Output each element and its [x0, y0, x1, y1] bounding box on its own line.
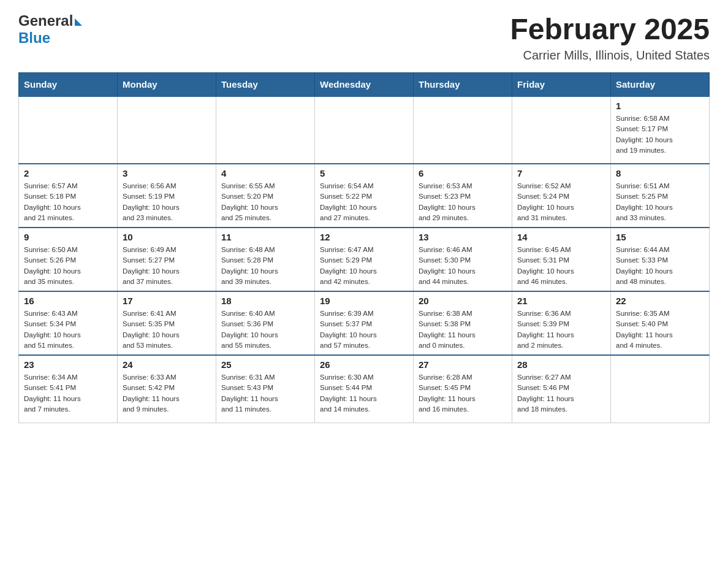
day-info: Sunrise: 6:51 AM Sunset: 5:25 PM Dayligh…	[616, 181, 704, 223]
day-number: 7	[517, 168, 605, 178]
calendar-header-row: SundayMondayTuesdayWednesdayThursdayFrid…	[19, 73, 710, 97]
day-info: Sunrise: 6:57 AM Sunset: 5:18 PM Dayligh…	[24, 181, 112, 223]
calendar-header-sunday: Sunday	[19, 73, 118, 97]
calendar-cell: 7Sunrise: 6:52 AM Sunset: 5:24 PM Daylig…	[512, 164, 611, 228]
day-info: Sunrise: 6:49 AM Sunset: 5:27 PM Dayligh…	[123, 245, 211, 287]
header: General Blue February 2025 Carrier Mills…	[18, 12, 710, 63]
day-info: Sunrise: 6:45 AM Sunset: 5:31 PM Dayligh…	[517, 245, 605, 287]
day-info: Sunrise: 6:44 AM Sunset: 5:33 PM Dayligh…	[616, 245, 704, 287]
calendar-cell: 14Sunrise: 6:45 AM Sunset: 5:31 PM Dayli…	[512, 228, 611, 291]
calendar-cell: 13Sunrise: 6:46 AM Sunset: 5:30 PM Dayli…	[414, 228, 512, 291]
day-number: 2	[24, 168, 112, 178]
day-info: Sunrise: 6:33 AM Sunset: 5:42 PM Dayligh…	[123, 372, 211, 415]
calendar-cell: 21Sunrise: 6:36 AM Sunset: 5:39 PM Dayli…	[512, 291, 611, 355]
calendar-cell: 23Sunrise: 6:34 AM Sunset: 5:41 PM Dayli…	[19, 355, 118, 423]
calendar-cell: 5Sunrise: 6:54 AM Sunset: 5:22 PM Daylig…	[315, 164, 414, 228]
calendar-cell	[512, 96, 611, 164]
page-title: February 2025	[510, 12, 710, 46]
day-number: 12	[320, 232, 408, 242]
week-row-1: 1Sunrise: 6:58 AM Sunset: 5:17 PM Daylig…	[19, 96, 710, 164]
calendar-cell: 15Sunrise: 6:44 AM Sunset: 5:33 PM Dayli…	[611, 228, 710, 291]
day-number: 11	[221, 232, 309, 242]
week-row-3: 9Sunrise: 6:50 AM Sunset: 5:26 PM Daylig…	[19, 228, 710, 291]
calendar-cell: 10Sunrise: 6:49 AM Sunset: 5:27 PM Dayli…	[118, 228, 216, 291]
calendar-cell: 1Sunrise: 6:58 AM Sunset: 5:17 PM Daylig…	[611, 96, 710, 164]
calendar-cell: 18Sunrise: 6:40 AM Sunset: 5:36 PM Dayli…	[216, 291, 315, 355]
calendar-header-wednesday: Wednesday	[315, 73, 414, 97]
day-number: 3	[123, 168, 211, 178]
week-row-4: 16Sunrise: 6:43 AM Sunset: 5:34 PM Dayli…	[19, 291, 710, 355]
calendar-cell	[414, 96, 512, 164]
day-number: 15	[616, 232, 704, 242]
calendar-table: SundayMondayTuesdayWednesdayThursdayFrid…	[18, 72, 710, 423]
calendar-cell: 8Sunrise: 6:51 AM Sunset: 5:25 PM Daylig…	[611, 164, 710, 228]
calendar-cell: 25Sunrise: 6:31 AM Sunset: 5:43 PM Dayli…	[216, 355, 315, 423]
day-number: 4	[221, 168, 309, 178]
calendar-cell: 28Sunrise: 6:27 AM Sunset: 5:46 PM Dayli…	[512, 355, 611, 423]
day-info: Sunrise: 6:56 AM Sunset: 5:19 PM Dayligh…	[123, 181, 211, 223]
day-info: Sunrise: 6:40 AM Sunset: 5:36 PM Dayligh…	[221, 308, 309, 351]
calendar-header-monday: Monday	[118, 73, 216, 97]
day-info: Sunrise: 6:30 AM Sunset: 5:44 PM Dayligh…	[320, 372, 408, 415]
week-row-2: 2Sunrise: 6:57 AM Sunset: 5:18 PM Daylig…	[19, 164, 710, 228]
day-number: 14	[517, 232, 605, 242]
day-number: 23	[24, 359, 112, 370]
calendar-cell: 6Sunrise: 6:53 AM Sunset: 5:23 PM Daylig…	[414, 164, 512, 228]
logo-arrow-icon	[75, 18, 82, 26]
day-number: 25	[221, 359, 309, 370]
logo-blue: Blue	[18, 29, 50, 46]
day-info: Sunrise: 6:46 AM Sunset: 5:30 PM Dayligh…	[419, 245, 507, 287]
page-subtitle: Carrier Mills, Illinois, United States	[510, 48, 710, 63]
day-info: Sunrise: 6:52 AM Sunset: 5:24 PM Dayligh…	[517, 181, 605, 223]
day-number: 28	[517, 359, 605, 370]
calendar-cell	[19, 96, 118, 164]
calendar-cell: 22Sunrise: 6:35 AM Sunset: 5:40 PM Dayli…	[611, 291, 710, 355]
day-info: Sunrise: 6:58 AM Sunset: 5:17 PM Dayligh…	[616, 113, 704, 156]
week-row-5: 23Sunrise: 6:34 AM Sunset: 5:41 PM Dayli…	[19, 355, 710, 423]
day-info: Sunrise: 6:31 AM Sunset: 5:43 PM Dayligh…	[221, 372, 309, 415]
day-info: Sunrise: 6:47 AM Sunset: 5:29 PM Dayligh…	[320, 245, 408, 287]
day-info: Sunrise: 6:53 AM Sunset: 5:23 PM Dayligh…	[419, 181, 507, 223]
day-number: 16	[24, 296, 112, 306]
day-number: 26	[320, 359, 408, 370]
calendar-cell: 2Sunrise: 6:57 AM Sunset: 5:18 PM Daylig…	[19, 164, 118, 228]
day-number: 20	[419, 296, 507, 306]
day-number: 27	[419, 359, 507, 370]
calendar-cell	[315, 96, 414, 164]
logo: General Blue	[18, 12, 82, 47]
day-number: 5	[320, 168, 408, 178]
calendar-cell: 12Sunrise: 6:47 AM Sunset: 5:29 PM Dayli…	[315, 228, 414, 291]
calendar-cell	[611, 355, 710, 423]
day-info: Sunrise: 6:41 AM Sunset: 5:35 PM Dayligh…	[123, 308, 211, 351]
calendar-cell: 24Sunrise: 6:33 AM Sunset: 5:42 PM Dayli…	[118, 355, 216, 423]
calendar-header-tuesday: Tuesday	[216, 73, 315, 97]
calendar-cell: 20Sunrise: 6:38 AM Sunset: 5:38 PM Dayli…	[414, 291, 512, 355]
day-number: 22	[616, 296, 704, 306]
day-number: 13	[419, 232, 507, 242]
calendar-cell: 27Sunrise: 6:28 AM Sunset: 5:45 PM Dayli…	[414, 355, 512, 423]
day-info: Sunrise: 6:43 AM Sunset: 5:34 PM Dayligh…	[24, 308, 112, 351]
day-number: 9	[24, 232, 112, 242]
day-info: Sunrise: 6:54 AM Sunset: 5:22 PM Dayligh…	[320, 181, 408, 223]
day-info: Sunrise: 6:48 AM Sunset: 5:28 PM Dayligh…	[221, 245, 309, 287]
day-number: 17	[123, 296, 211, 306]
calendar-cell: 16Sunrise: 6:43 AM Sunset: 5:34 PM Dayli…	[19, 291, 118, 355]
logo-general: General	[18, 12, 73, 29]
calendar-cell: 17Sunrise: 6:41 AM Sunset: 5:35 PM Dayli…	[118, 291, 216, 355]
day-number: 1	[616, 101, 704, 111]
day-number: 19	[320, 296, 408, 306]
calendar-cell	[118, 96, 216, 164]
calendar-cell: 3Sunrise: 6:56 AM Sunset: 5:19 PM Daylig…	[118, 164, 216, 228]
calendar-header-friday: Friday	[512, 73, 611, 97]
calendar-cell	[216, 96, 315, 164]
day-number: 18	[221, 296, 309, 306]
day-number: 10	[123, 232, 211, 242]
calendar-cell: 26Sunrise: 6:30 AM Sunset: 5:44 PM Dayli…	[315, 355, 414, 423]
day-info: Sunrise: 6:50 AM Sunset: 5:26 PM Dayligh…	[24, 245, 112, 287]
day-info: Sunrise: 6:35 AM Sunset: 5:40 PM Dayligh…	[616, 308, 704, 351]
calendar-cell: 19Sunrise: 6:39 AM Sunset: 5:37 PM Dayli…	[315, 291, 414, 355]
day-number: 6	[419, 168, 507, 178]
calendar-header-saturday: Saturday	[611, 73, 710, 97]
day-number: 8	[616, 168, 704, 178]
day-info: Sunrise: 6:39 AM Sunset: 5:37 PM Dayligh…	[320, 308, 408, 351]
